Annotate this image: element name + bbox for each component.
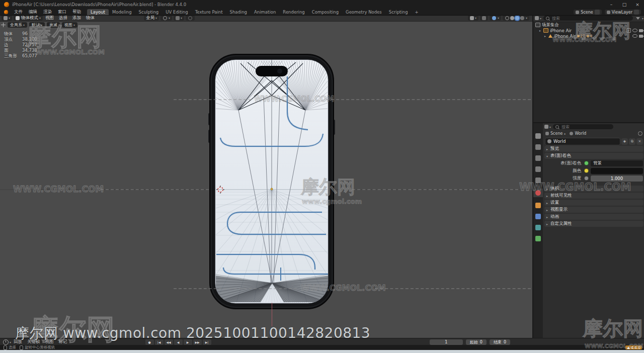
- surface-shader-button[interactable]: 背景: [591, 160, 643, 166]
- panel-ray-visibility[interactable]: ▸射线可见性: [544, 193, 643, 199]
- xray-toggle[interactable]: [480, 15, 488, 21]
- breadcrumb-world[interactable]: World: [575, 131, 586, 136]
- workspace-tab-uv-editing[interactable]: UV Editing: [162, 9, 191, 15]
- outliner-row-collection[interactable]: ▸ iPhone Air ✓: [533, 28, 644, 33]
- proportional-editing-toggle[interactable]: [186, 15, 195, 21]
- unlink-datablock-button[interactable]: ×: [636, 138, 643, 145]
- timeline-editor-icon[interactable]: [3, 339, 9, 345]
- maximize-button[interactable]: □: [618, 0, 631, 9]
- pivot-point-dropdown[interactable]: ▾: [160, 15, 172, 21]
- menu-window[interactable]: 窗口: [55, 9, 69, 15]
- new-view-layer-button[interactable]: [634, 10, 639, 15]
- tab-physics-icon[interactable]: [535, 225, 541, 230]
- outliner-row-scene-collection[interactable]: 场景集合: [533, 22, 644, 28]
- workspace-tab-sculpting[interactable]: Sculpting: [135, 9, 163, 15]
- panel-viewport-display[interactable]: ▸视图显示: [544, 207, 643, 213]
- current-frame-field[interactable]: 1: [430, 339, 463, 345]
- properties-search-input[interactable]: [560, 124, 611, 130]
- workspace-tab-scripting[interactable]: Scripting: [385, 9, 412, 15]
- hide-eye-icon[interactable]: [632, 34, 637, 38]
- jump-to-end-button[interactable]: ▶|: [203, 339, 211, 345]
- expand-icon[interactable]: ▸: [539, 29, 543, 32]
- snap-toggle[interactable]: ▾: [174, 15, 184, 21]
- workspace-tab-rendering[interactable]: Rendering: [279, 9, 308, 15]
- panel-volume[interactable]: ▸体积: [544, 186, 643, 192]
- tab-render-icon[interactable]: [535, 144, 541, 150]
- frame-end-field[interactable]: 结束0: [490, 339, 510, 345]
- blender-menu-icon[interactable]: [4, 10, 8, 14]
- pin-icon[interactable]: [638, 131, 642, 136]
- shading-mode-buttons[interactable]: ▾: [503, 15, 529, 21]
- new-scene-button[interactable]: [595, 10, 600, 15]
- outliner-search-input[interactable]: [551, 16, 630, 21]
- breadcrumb-scene[interactable]: Scene: [550, 131, 562, 136]
- menu-render[interactable]: 渲染: [40, 9, 55, 15]
- annotate-tool-button[interactable]: ▾: [468, 15, 478, 21]
- properties-search[interactable]: [553, 124, 613, 129]
- outliner-editor-type-icon[interactable]: [535, 16, 539, 20]
- filter-icon[interactable]: [636, 17, 640, 20]
- tab-scene-icon[interactable]: [535, 178, 541, 183]
- auto-key-button[interactable]: ●: [145, 339, 154, 345]
- play-reverse-button[interactable]: ◀: [174, 339, 183, 345]
- tool-pivot-dropdown[interactable]: 默认▾: [29, 22, 45, 28]
- viewport-menu-add[interactable]: 添加: [70, 15, 84, 21]
- material-shading-icon[interactable]: [515, 16, 519, 20]
- tab-output-icon[interactable]: [535, 155, 541, 161]
- timeline-menu-view[interactable]: 视图: [43, 339, 56, 345]
- panel-preview[interactable]: ▸预览: [544, 146, 643, 152]
- tab-data-icon[interactable]: [535, 236, 541, 241]
- overlays-dropdown[interactable]: ▾: [490, 15, 501, 21]
- tool-orientation-dropdown[interactable]: 全局系▾: [8, 22, 27, 28]
- view-layer-selector[interactable]: ViewLayer: [605, 10, 641, 15]
- workspace-tab-texture-paint[interactable]: Texture Paint: [192, 9, 226, 15]
- tab-view-layer-icon[interactable]: [535, 166, 541, 172]
- next-keyframe-button[interactable]: ▶▶: [193, 339, 202, 345]
- frame-start-field[interactable]: 起始0: [466, 339, 487, 345]
- play-button[interactable]: ▶: [184, 339, 192, 345]
- panel-surface[interactable]: ▾表(面)着色: [544, 153, 643, 159]
- outliner-search[interactable]: [543, 16, 633, 21]
- workspace-tab-geometry-nodes[interactable]: Geometry Nodes: [342, 9, 385, 15]
- menu-edit[interactable]: 编辑: [26, 9, 40, 15]
- workspace-tab-compositing[interactable]: Compositing: [308, 9, 342, 15]
- outliner-row-object[interactable]: ▸ iPhone Air 27 4: [533, 33, 644, 39]
- viewport-menu-select[interactable]: 选择: [56, 15, 70, 21]
- tab-object-icon[interactable]: [535, 203, 541, 208]
- properties-editor-type-icon[interactable]: [544, 125, 548, 129]
- panel-animation[interactable]: ▸动画: [544, 214, 643, 220]
- panel-settings[interactable]: ▸设置: [544, 200, 643, 206]
- collection-checkbox-icon[interactable]: ✓: [626, 28, 631, 33]
- tool-falloff-dropdown[interactable]: 衰减: [47, 22, 60, 28]
- fake-user-button[interactable]: ◈: [621, 138, 628, 145]
- scene-selector[interactable]: Scene: [574, 10, 601, 15]
- render-visibility-icon[interactable]: [639, 29, 643, 32]
- viewport-menu-view[interactable]: 视图: [43, 15, 56, 21]
- panel-custom-properties[interactable]: ▸自定义属性: [544, 221, 643, 227]
- transform-orientation-dropdown[interactable]: 全局▾: [144, 15, 159, 21]
- world-color-swatch[interactable]: [591, 168, 643, 174]
- add-workspace-button[interactable]: +: [412, 9, 422, 15]
- mode-dropdown[interactable]: 物体模式 ▾: [14, 15, 43, 21]
- timeline-menu-keying[interactable]: 关键帧: [25, 339, 43, 345]
- render-visibility-icon[interactable]: [639, 35, 643, 38]
- workspace-tab-shading[interactable]: Shading: [226, 9, 251, 15]
- solid-shading-icon[interactable]: [510, 16, 514, 20]
- prev-keyframe-button[interactable]: ◀◀: [165, 339, 173, 345]
- viewport-menu-object[interactable]: 物体: [84, 15, 97, 21]
- timeline-menu-playback[interactable]: 回放: [11, 339, 25, 345]
- close-button[interactable]: ×: [631, 0, 644, 9]
- editor-type-button[interactable]: ▾: [2, 15, 12, 21]
- rendered-shading-icon[interactable]: [520, 16, 524, 20]
- workspace-tab-layout[interactable]: Layout: [87, 9, 109, 15]
- wireframe-shading-icon[interactable]: [505, 16, 509, 20]
- new-datablock-button[interactable]: ⧉: [629, 138, 635, 145]
- world-name-field[interactable]: World: [545, 138, 620, 145]
- timeline-menu-marker[interactable]: 标记: [56, 339, 70, 345]
- tab-modifiers-wrench-icon[interactable]: [535, 214, 541, 219]
- workspace-tab-modeling[interactable]: Modeling: [109, 9, 135, 15]
- tab-tool-icon[interactable]: [535, 133, 541, 139]
- minimize-button[interactable]: –: [605, 0, 618, 9]
- workspace-tab-animation[interactable]: Animation: [251, 9, 279, 15]
- tool-view-dropdown[interactable]: 视图▾: [62, 22, 77, 28]
